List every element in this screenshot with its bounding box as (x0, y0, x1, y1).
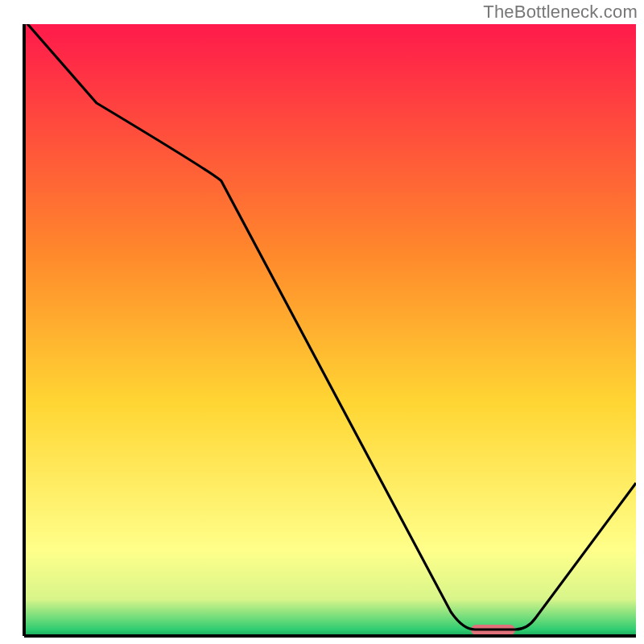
watermark-text: TheBottleneck.com (483, 2, 638, 23)
bottleneck-chart (0, 0, 644, 644)
chart-container: { "watermark": "TheBottleneck.com", "col… (0, 0, 644, 644)
